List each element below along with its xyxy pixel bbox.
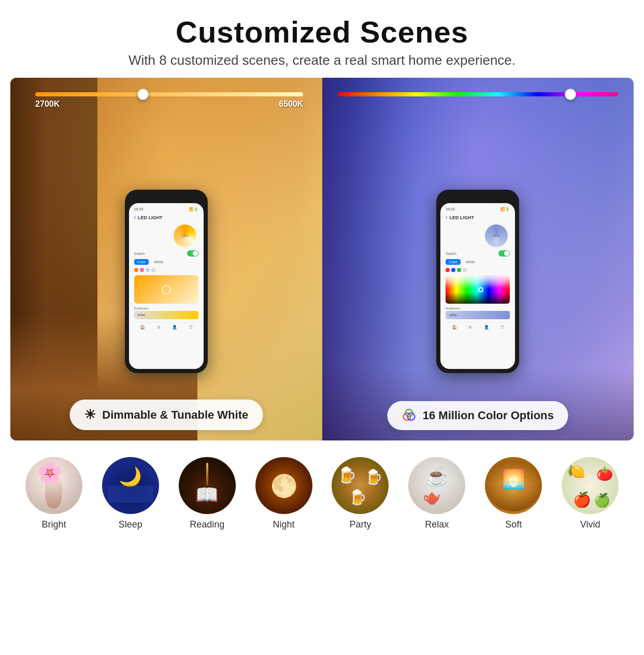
scene-item-vivid[interactable]: 🍋 🍅 🍎 🍏 Vivid <box>556 457 624 530</box>
page-header: Customized Scenes With 8 customized scen… <box>0 0 644 78</box>
scene-item-party[interactable]: 🍺 🍺 🍺 Party <box>326 457 394 530</box>
warm-slider-track[interactable] <box>35 92 303 96</box>
phone-screen-left: 10:13 📶🔋 ‹ LED LIGHT 19% <box>129 203 204 369</box>
phone-screen-right: 10:13 📶🔋 ‹ LED LIGHT Blue <box>440 203 515 369</box>
scene-label-party: Party <box>349 519 371 530</box>
rgb-picker[interactable] <box>446 275 510 304</box>
color-slider-thumb[interactable] <box>565 89 576 100</box>
warm-slider-thumb[interactable] <box>137 89 149 100</box>
white-tab-left[interactable]: White <box>151 259 166 265</box>
dot-pink[interactable] <box>140 268 144 272</box>
nav-menu[interactable]: ☰ <box>189 325 193 330</box>
slider-label-6500k: 6500K <box>279 99 303 109</box>
apple-emoji: 🍎 <box>573 491 591 508</box>
nav-home-right[interactable]: 🏠 <box>452 325 457 330</box>
nav-person[interactable]: 👤 <box>172 325 177 330</box>
scene-circle-vivid: 🍋 🍅 🍎 🍏 <box>562 457 619 514</box>
switch-label-right: Switch <box>446 252 456 255</box>
white-tab-right[interactable]: White <box>463 259 478 265</box>
scene-circle-reading: 📖 <box>179 457 236 514</box>
phone-toggle-left[interactable] <box>187 250 198 257</box>
scene-item-reading[interactable]: 📖 Reading <box>174 457 241 530</box>
phone-notch-left <box>151 194 182 201</box>
dot-lightblue[interactable] <box>146 268 150 272</box>
scene-icons-row: 🌸 Bright 🌙 Sleep 📖 Reading 🌕 Nigh <box>0 440 644 540</box>
scene-item-bright[interactable]: 🌸 Bright <box>20 457 88 530</box>
scene-circle-sleep: 🌙 <box>102 457 159 514</box>
dot-orange[interactable] <box>134 268 138 272</box>
brightness-value-left: 100% <box>137 314 145 317</box>
brightness-value-right: 100% <box>449 314 456 317</box>
phone-toggle-right[interactable] <box>498 250 510 257</box>
scene-item-night[interactable]: 🌕 Night <box>250 457 318 530</box>
scene-circle-bright: 🌸 <box>25 457 82 514</box>
phone-notch-right <box>462 194 493 201</box>
badge-left: ☀ Dimmable & Tunable White <box>69 400 263 430</box>
color-slider-track[interactable] <box>338 92 618 96</box>
color-icon <box>402 408 417 423</box>
tomato-emoji: 🍅 <box>596 466 613 482</box>
dot-red[interactable] <box>446 268 450 272</box>
slider-label-2700k: 2700K <box>35 99 60 109</box>
scene-label-bright: Bright <box>41 519 66 530</box>
badge-right: 16 Million Color Options <box>388 401 568 430</box>
phone-title-right: LED LIGHT <box>450 215 475 220</box>
brightness-bar-blue[interactable]: 100% <box>446 311 510 319</box>
phone-nav-left: 🏠 ⊞ 👤 ☰ <box>132 322 201 332</box>
book-emoji: 📖 <box>195 484 219 506</box>
sunset-emoji: 🌅 <box>502 468 525 490</box>
dot-add[interactable] <box>151 268 155 272</box>
dot-add-right[interactable] <box>463 268 467 272</box>
moon-lamp-emoji: 🌕 <box>270 473 297 499</box>
nav-person-right[interactable]: 👤 <box>484 325 489 330</box>
color-slider-right[interactable] <box>338 92 618 96</box>
scene-label-soft: Soft <box>505 519 522 530</box>
nav-grid[interactable]: ⊞ <box>157 325 161 330</box>
panel-right: 10:13 📶🔋 ‹ LED LIGHT Blue <box>322 78 634 440</box>
candle-light <box>206 463 208 486</box>
scene-label-relax: Relax <box>425 519 449 530</box>
status-bar-right: 10:13 📶🔋 <box>443 207 512 211</box>
scene-circle-relax: ☕ 🫖 <box>408 457 465 514</box>
scene-label-vivid: Vivid <box>580 519 600 530</box>
color-tab-left[interactable]: Color <box>134 259 149 265</box>
panel-left: 2700K 6500K 10:13 📶🔋 <box>10 78 322 440</box>
page-title: Customized Scenes <box>10 15 634 49</box>
temp-slider-left[interactable]: 2700K 6500K <box>35 92 303 109</box>
rgb-picker-cursor[interactable] <box>478 287 483 292</box>
brightness-bar-warm[interactable]: 100% <box>134 311 198 319</box>
scene-item-sleep[interactable]: 🌙 Sleep <box>97 457 164 530</box>
nav-home[interactable]: 🏠 <box>140 325 145 330</box>
moon-emoji: 🌙 <box>119 466 142 488</box>
dimmable-icon: ☀ <box>84 407 96 423</box>
status-bar-left: 10:13 📶🔋 <box>132 207 201 211</box>
nav-menu-right[interactable]: ☰ <box>500 325 504 330</box>
color-preview-dot-warm[interactable] <box>162 285 171 294</box>
switch-label-left: Switch <box>134 252 145 255</box>
scene-circle-soft: 🌅 <box>485 457 542 514</box>
brightness-label-left: Brightness <box>134 307 198 310</box>
phone-circle-container-right: Blue <box>443 224 512 247</box>
scene-label-sleep: Sleep <box>119 519 142 530</box>
phone-back-left[interactable]: ‹ <box>134 215 136 220</box>
dot-blue[interactable] <box>451 268 455 272</box>
nav-grid-right[interactable]: ⊞ <box>468 325 472 330</box>
scenes-container: 2700K 6500K 10:13 📶🔋 <box>10 78 634 440</box>
beer3-emoji: 🍺 <box>349 489 367 506</box>
trefoil-icon <box>402 408 417 423</box>
phone-circle-container-left: 19% <box>132 224 201 247</box>
color-tab-right[interactable]: Color <box>446 259 461 265</box>
phone-circle-blue: Blue <box>485 224 508 247</box>
lemon-emoji: 🍋 <box>567 463 585 480</box>
badge-left-text: Dimmable & Tunable White <box>102 408 248 422</box>
phone-brightness-right: Brightness 100% <box>443 306 512 320</box>
phone-header-right: ‹ LED LIGHT <box>443 213 512 221</box>
scene-item-relax[interactable]: ☕ 🫖 Relax <box>403 457 470 530</box>
scene-circle-party: 🍺 🍺 🍺 <box>332 457 389 514</box>
phone-tabs-left: Color White <box>132 259 201 265</box>
beer2-emoji: 🍺 <box>365 468 383 486</box>
phone-title-left: LED LIGHT <box>138 215 163 220</box>
phone-back-right[interactable]: ‹ <box>446 215 447 220</box>
scene-item-soft[interactable]: 🌅 Soft <box>480 457 547 530</box>
dot-green[interactable] <box>457 268 461 272</box>
